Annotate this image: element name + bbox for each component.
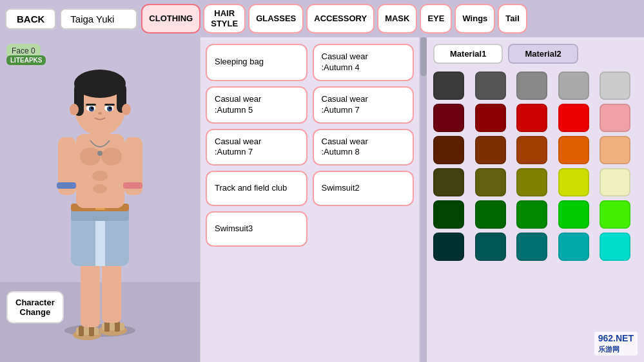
clothing-item-casual-5[interactable]: Casual wear :Autumn 5 <box>206 86 307 124</box>
svg-rect-40 <box>86 104 96 106</box>
svg-rect-8 <box>104 321 110 332</box>
color-swatch-28[interactable] <box>558 233 589 261</box>
color-swatch-8[interactable] <box>558 104 589 132</box>
clothing-item-casual-7a[interactable]: Casual wear :Autumn 7 <box>313 86 415 124</box>
liteapks-badge: LITEAPKS <box>6 55 46 65</box>
svg-point-21 <box>93 184 107 193</box>
scroll-divider <box>419 37 427 362</box>
svg-point-19 <box>101 148 122 166</box>
color-swatch-26[interactable] <box>475 233 506 261</box>
color-swatch-5[interactable] <box>433 104 464 132</box>
color-swatch-18[interactable] <box>558 168 589 196</box>
svg-rect-26 <box>123 182 142 189</box>
svg-rect-41 <box>104 104 115 106</box>
color-swatch-15[interactable] <box>433 168 464 196</box>
svg-point-20 <box>92 171 108 181</box>
color-swatch-19[interactable] <box>600 168 630 196</box>
color-swatch-4[interactable] <box>600 71 630 100</box>
svg-point-38 <box>91 107 93 110</box>
color-swatch-13[interactable] <box>558 136 589 164</box>
scrollbar-thumb[interactable] <box>420 37 427 76</box>
tab-eye[interactable]: EYE <box>420 4 452 33</box>
svg-point-42 <box>98 112 102 115</box>
category-tabs: CLOTHINGHAIR STYLEGLASSESACCESSORYMASKEY… <box>141 4 527 33</box>
character-change-button[interactable]: Character Change <box>6 291 64 323</box>
clothing-item-swimsuit2[interactable]: Swimsuit2 <box>313 171 415 206</box>
color-swatch-23[interactable] <box>558 200 589 229</box>
color-swatch-29[interactable] <box>600 233 630 261</box>
back-button[interactable]: BACK <box>5 8 56 30</box>
tab-mask[interactable]: MASK <box>377 4 417 33</box>
watermark: 962.NET 乐游网 <box>594 332 638 356</box>
scrollbar[interactable] <box>420 37 427 362</box>
color-swatch-11[interactable] <box>475 136 506 164</box>
svg-point-39 <box>109 107 112 110</box>
color-swatch-27[interactable] <box>516 233 547 261</box>
svg-rect-9 <box>115 321 120 332</box>
tab-accessory[interactable]: ACCESSORY <box>306 4 375 33</box>
color-swatch-20[interactable] <box>433 200 464 229</box>
svg-point-33 <box>122 104 131 115</box>
tab-wings[interactable]: Wings <box>454 4 495 33</box>
material-panel: Material1 Material2 <box>427 37 644 362</box>
clothing-item-swimsuit3[interactable]: Swimsuit3 <box>206 211 307 247</box>
material2-tab[interactable]: Material2 <box>508 44 578 64</box>
svg-point-32 <box>70 104 79 115</box>
svg-rect-6 <box>79 326 84 336</box>
svg-point-22 <box>97 151 102 156</box>
color-swatch-25[interactable] <box>433 233 464 261</box>
color-swatch-1[interactable] <box>475 71 506 100</box>
color-swatch-22[interactable] <box>516 200 547 229</box>
tab-glasses[interactable]: GLASSES <box>248 4 304 33</box>
tab-clothing[interactable]: CLOTHING <box>141 4 200 33</box>
color-grid <box>433 71 638 261</box>
clothing-item-sleeping-bag[interactable]: Sleeping bag <box>206 44 307 81</box>
material1-tab[interactable]: Material1 <box>433 44 503 64</box>
tab-tail[interactable]: Tail <box>498 4 527 33</box>
svg-rect-24 <box>57 182 76 189</box>
color-swatch-16[interactable] <box>475 168 506 196</box>
svg-point-18 <box>80 148 101 166</box>
tab-hairstyle[interactable]: HAIR STYLE <box>203 4 246 33</box>
clothing-item-casual-8[interactable]: Casual wear :Autumn 8 <box>313 129 415 166</box>
color-swatch-3[interactable] <box>558 71 589 100</box>
top-bar: BACK Taiga Yuki CLOTHINGHAIR STYLEGLASSE… <box>0 0 644 37</box>
color-swatch-12[interactable] <box>516 136 547 164</box>
clothing-item-casual-7b[interactable]: Casual wear :Autumn 7 <box>206 129 307 166</box>
clothing-item-track-field[interactable]: Track and field club <box>206 171 307 206</box>
color-swatch-2[interactable] <box>516 71 547 100</box>
color-swatch-17[interactable] <box>516 168 547 196</box>
color-swatch-9[interactable] <box>600 104 630 132</box>
color-swatch-14[interactable] <box>600 136 630 164</box>
svg-rect-7 <box>89 326 94 336</box>
character-area: Face 0 LITEAPKS <box>0 37 200 362</box>
clothing-list: Sleeping bagCasual wear :Autumn 4Casual … <box>200 37 419 362</box>
color-swatch-21[interactable] <box>475 200 506 229</box>
color-swatch-7[interactable] <box>516 104 547 132</box>
main-area: Face 0 LITEAPKS <box>0 37 644 362</box>
color-swatch-10[interactable] <box>433 136 464 164</box>
color-swatch-24[interactable] <box>600 200 630 229</box>
material-tabs: Material1 Material2 <box>433 44 638 64</box>
color-swatch-6[interactable] <box>475 104 506 132</box>
clothing-item-casual-4[interactable]: Casual wear :Autumn 4 <box>313 44 415 81</box>
color-swatch-0[interactable] <box>433 71 464 100</box>
character-name: Taiga Yuki <box>60 8 137 30</box>
